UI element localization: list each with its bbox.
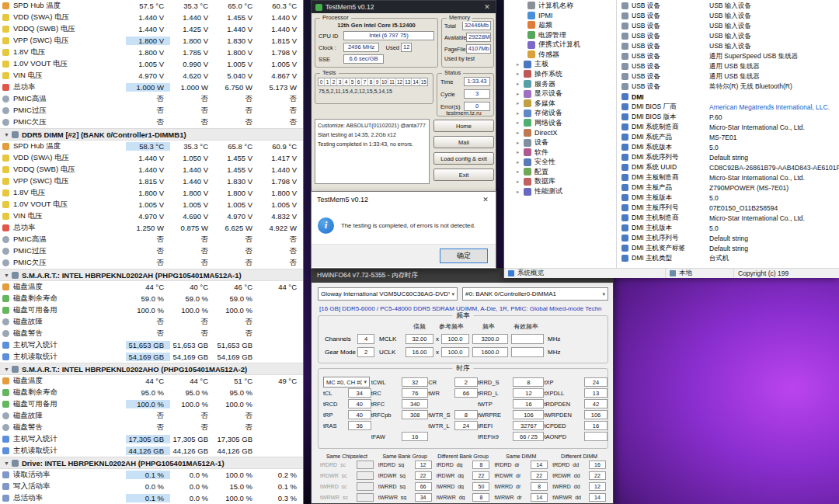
statusbar-overview[interactable]: 系统概览 — [504, 269, 666, 278]
sidebar-item[interactable]: ▸安全性 — [504, 158, 616, 168]
sensor-row[interactable]: 磁盘剩余寿命95.0 %95.0 %95.0 % — [0, 387, 303, 398]
sensor-row[interactable]: 读取活动率0.1 %0.0 %100.0 %0.2 % — [0, 469, 303, 481]
expand-icon[interactable]: ▸ — [517, 169, 524, 175]
expand-icon[interactable]: ▸ — [517, 61, 524, 68]
dmi-row[interactable]: DMI 主机序列号Default string — [618, 233, 839, 243]
customize-textbox[interactable]: Customize: ABSOLUT(01102021) @anta777 St… — [315, 119, 430, 184]
dmi-row[interactable]: DMI 主板版本5.0 — [618, 193, 839, 203]
tm5-button-mail[interactable]: Mail — [433, 136, 494, 148]
device-row[interactable]: USB 设备英特尔(R) 无线 Bluetooth(R) — [618, 82, 839, 92]
dmi-section-row[interactable]: DMI — [618, 92, 839, 102]
device-row[interactable]: USB 设备USB 输入设备 — [618, 1, 839, 11]
test-number[interactable]: 8 — [368, 78, 374, 85]
expand-icon[interactable]: ▸ — [517, 100, 524, 106]
dialog-titlebar[interactable]: TestMem5 v0.12 ✕ — [312, 192, 496, 207]
sensor-row[interactable]: PMIC高温否否否否 — [0, 234, 303, 245]
sensor-row[interactable]: VPP (SWC) 电压1.800 V1.800 V1.830 V1.815 V — [0, 35, 303, 47]
expand-icon[interactable]: ▸ — [517, 179, 524, 185]
sidebar-item[interactable]: ▸显示设备 — [504, 89, 616, 99]
slot-select[interactable]: #0: BANK 0/Controller0-DIMMA1 — [462, 287, 608, 301]
device-row[interactable]: USB 设备通用 USB 集线器 — [618, 71, 839, 82]
dmi-row[interactable]: DMI BIOS 厂商American Megatrends Internati… — [618, 102, 839, 112]
sensor-row[interactable]: 写入活动率0.0 %0.0 %15.0 %0.1 % — [0, 481, 303, 492]
sidebar-item[interactable]: ▸DirectX — [504, 128, 616, 138]
close-icon[interactable]: ✕ — [482, 3, 492, 11]
sidebar-item[interactable]: ▸网络设备 — [504, 118, 616, 128]
device-row[interactable]: USB 设备USB 输入设备 — [618, 41, 839, 51]
sensor-row[interactable]: VIN 电压4.970 V4.620 V5.040 V4.867 V — [0, 70, 303, 82]
sidebar-item[interactable]: ▸数据库 — [504, 177, 616, 187]
sidebar-item[interactable]: ▸设备 — [504, 137, 616, 148]
sidebar-item[interactable]: ▸存储设备 — [504, 109, 616, 119]
dmi-row[interactable]: DMI 系统制造商Micro-Star International Co., L… — [618, 122, 839, 132]
sensor-group-header[interactable]: ▼S.M.A.R.T.: INTEL HBRPEKNL0202AH (PHPG1… — [0, 269, 303, 281]
sensor-row[interactable]: VDD (SWA) 电压1.440 V1.440 V1.455 V1.440 V — [0, 12, 303, 23]
sensor-row[interactable]: 磁盘温度44 °C44 °C51 °C49 °C — [0, 375, 303, 387]
sensor-row[interactable]: PMIC过压否否否否 — [0, 105, 303, 116]
tm5-button-load-config-exit[interactable]: Load config & exit — [433, 152, 494, 165]
sidebar-item[interactable]: 便携式计算机 — [504, 40, 616, 50]
memory-controller-select[interactable]: MC #0, CH #0 — [323, 377, 370, 388]
sensor-row[interactable]: 总活动率0.1 %0.0 %100.0 %0.3 % — [0, 492, 303, 504]
sensor-row[interactable]: 磁盘警告否否否 — [0, 328, 303, 339]
testmem5-titlebar[interactable]: TestMem5 v0.12 ✕ — [312, 1, 496, 13]
test-number[interactable]: 7 — [362, 78, 368, 85]
sensor-row[interactable]: 1.8V 电压1.800 V1.800 V1.800 V1.800 V — [0, 187, 303, 199]
sidebar-item[interactable]: 计算机名称 — [504, 1, 616, 11]
test-number[interactable]: 11 — [388, 78, 396, 85]
sensor-row[interactable]: VPP (SWC) 电压1.815 V1.440 V1.830 V1.798 V — [0, 176, 303, 187]
test-number[interactable]: 15 — [420, 78, 427, 85]
dmi-row[interactable]: DMI 主机制造商Micro-Star International Co., L… — [618, 213, 839, 223]
sidebar-item[interactable]: ▸主板 — [504, 60, 616, 70]
sensor-row[interactable]: 主机写入统计51,653 GB51,653 GB51,653 GB — [0, 339, 303, 351]
sensor-row[interactable]: SPD Hub 温度57.5 °C35.3 °C65.0 °C60.3 °C — [0, 0, 303, 12]
sensor-row[interactable]: VDDQ (SWB) 电压1.440 V1.425 V1.440 V1.440 … — [0, 23, 303, 35]
tm5-button-home[interactable]: Home — [433, 120, 494, 132]
dmi-row[interactable]: DMI 主机版本5.0 — [618, 223, 839, 233]
dmi-row[interactable]: DMI 主板序列号07E0150_O11B258594 — [618, 203, 839, 213]
test-number[interactable]: 6 — [356, 78, 362, 85]
expand-icon[interactable]: ▸ — [517, 110, 524, 116]
sensor-row[interactable]: VDD (SWA) 电压1.440 V1.050 V1.455 V1.417 V — [0, 152, 303, 164]
sidebar-item[interactable]: ▸多媒体 — [504, 99, 616, 109]
sensor-group-header[interactable]: ▼DDR5 DIMM [#2] (BANK 0/Controller1-DIMM… — [0, 128, 303, 141]
sensor-row[interactable]: 磁盘警告否否否 — [0, 422, 303, 433]
tm5-button-exit[interactable]: Exit — [433, 169, 494, 181]
expand-icon[interactable]: ▸ — [517, 120, 524, 126]
testmem-site-label[interactable]: testmem.tz.ru — [433, 109, 494, 116]
expand-icon[interactable]: ▸ — [517, 130, 524, 136]
sensor-row[interactable]: PMIC高温否否否否 — [0, 93, 303, 105]
sensor-row[interactable]: 磁盘剩余寿命59.0 %59.0 %59.0 % — [0, 293, 303, 304]
test-number[interactable]: 12 — [396, 78, 404, 85]
expand-icon[interactable]: ▸ — [517, 149, 524, 155]
dmi-row[interactable]: DMI 主板产品Z790MPOWER (MS-7E01) — [618, 182, 839, 193]
sensor-row[interactable]: 主机读取统计44,126 GB44,126 GB44,126 GB — [0, 445, 303, 457]
dmi-row[interactable]: DMI 系统版本5.0 — [618, 142, 839, 152]
device-row[interactable]: USB 设备通用 USB 集线器 — [618, 61, 839, 71]
test-number[interactable]: 9 — [374, 78, 381, 85]
sensor-row[interactable]: 总功率1.250 W0.875 W6.625 W4.922 W — [0, 222, 303, 234]
sidebar-item[interactable]: 传感器 — [504, 50, 616, 60]
expand-icon[interactable]: ▸ — [517, 71, 524, 77]
sensor-row[interactable]: 1.0V VOUT 电压1.005 V0.990 V1.005 V1.005 V — [0, 58, 303, 70]
sensor-row[interactable]: VDDQ (SWB) 电压1.440 V1.440 V1.455 V1.440 … — [0, 164, 303, 176]
sensor-row[interactable]: 磁盘可用备用100.0 %100.0 %100.0 % — [0, 398, 303, 410]
expand-icon[interactable]: ▸ — [517, 81, 524, 87]
dmi-row[interactable]: DMI 系统 UUIDCD8C92BA-26861B79-AAB4D843-AE… — [618, 162, 839, 172]
sensor-row[interactable]: PMIC欠压否否否否 — [0, 116, 303, 128]
sidebar-item[interactable]: 超频 — [504, 20, 616, 30]
sensor-row[interactable]: 总功率1.000 W1.000 W6.750 W5.173 W — [0, 82, 303, 93]
sensor-row[interactable]: 主机写入统计17,305 GB17,305 GB17,305 GB — [0, 433, 303, 445]
module-select[interactable]: Gloway International VGM5UC60C36AG-DVDYE — [318, 287, 458, 301]
device-row[interactable]: USB 设备USB 输入设备 — [618, 21, 839, 31]
test-number[interactable]: 13 — [404, 78, 412, 85]
expand-icon[interactable]: ▸ — [517, 159, 524, 165]
sidebar-item[interactable]: ▸配置 — [504, 167, 616, 177]
test-number[interactable]: 4 — [343, 78, 350, 85]
expand-icon[interactable]: ▸ — [517, 189, 524, 195]
sensor-row[interactable]: PMIC过压否否否否 — [0, 245, 303, 257]
dmi-row[interactable]: DMI 系统产品MS-7E01 — [618, 132, 839, 142]
ok-button[interactable]: 确定 — [440, 249, 488, 263]
dmi-row[interactable]: DMI 系统序列号Default string — [618, 152, 839, 162]
close-icon[interactable]: ✕ — [481, 196, 490, 203]
